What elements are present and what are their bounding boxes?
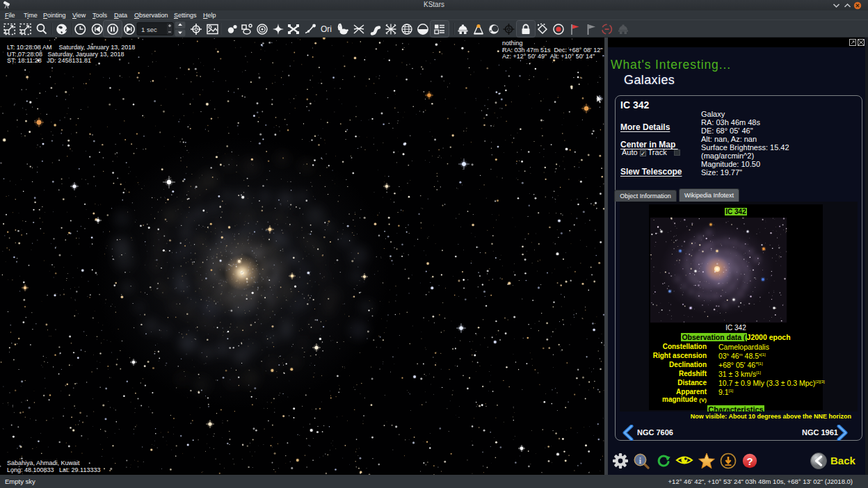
svg-text:?: ?	[746, 455, 753, 467]
svg-text:Ori: Ori	[321, 24, 332, 34]
svg-text:1 sec: 1 sec	[141, 26, 157, 33]
